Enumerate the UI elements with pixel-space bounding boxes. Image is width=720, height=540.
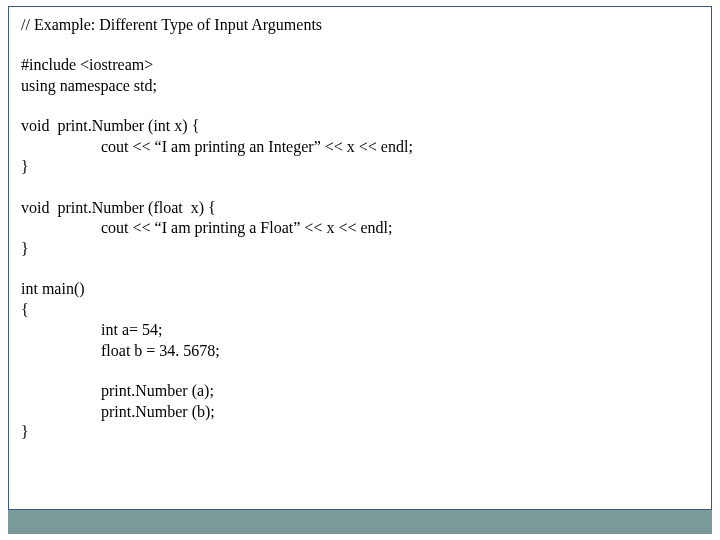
code-line-main-close: } — [21, 422, 699, 442]
code-line-comment: // Example: Different Type of Input Argu… — [21, 15, 699, 35]
code-line-include: #include <iostream> — [21, 55, 699, 75]
code-line-using: using namespace std; — [21, 76, 699, 96]
code-line-var-a: int a= 54; — [21, 320, 699, 340]
slide-container: // Example: Different Type of Input Argu… — [0, 0, 720, 540]
code-line-main-sig: int main() — [21, 279, 699, 299]
code-line-func2-close: } — [21, 239, 699, 259]
code-line-var-b: float b = 34. 5678; — [21, 341, 699, 361]
code-line-call-b: print.Number (b); — [21, 402, 699, 422]
code-example-box: // Example: Different Type of Input Argu… — [8, 6, 712, 510]
code-line-func2-sig: void print.Number (float x) { — [21, 198, 699, 218]
code-line-main-open: { — [21, 300, 699, 320]
code-line-call-a: print.Number (a); — [21, 381, 699, 401]
code-line-func1-sig: void print.Number (int x) { — [21, 116, 699, 136]
code-line-func1-close: } — [21, 157, 699, 177]
code-line-func1-body: cout << “I am printing an Integer” << x … — [21, 137, 699, 157]
code-line-func2-body: cout << “I am printing a Float” << x << … — [21, 218, 699, 238]
slide-footer-bar — [8, 510, 712, 534]
